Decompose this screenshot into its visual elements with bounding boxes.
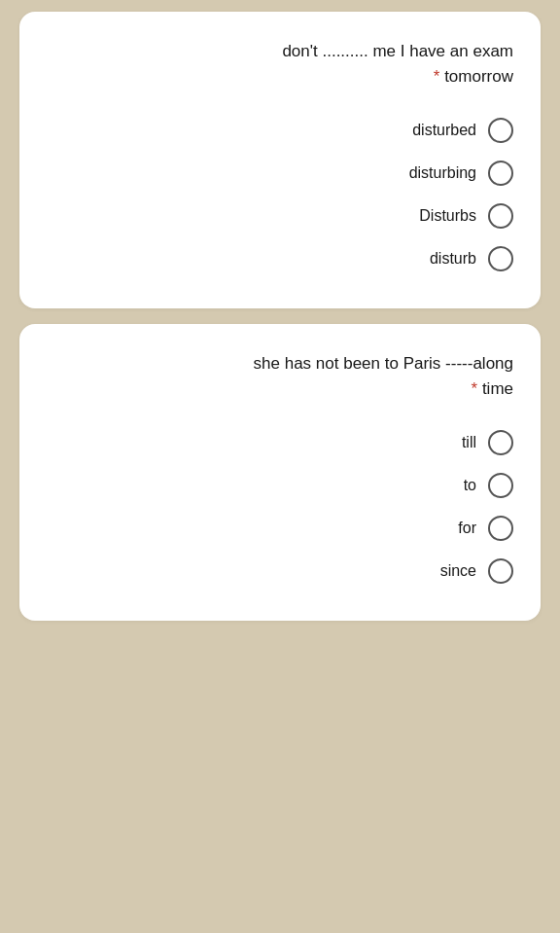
radio-button-2-1[interactable] bbox=[488, 430, 513, 455]
option-label-1-2: disturbing bbox=[409, 164, 476, 182]
radio-button-2-4[interactable] bbox=[488, 558, 513, 584]
option-item-1-3[interactable]: Disturbs bbox=[47, 197, 513, 234]
radio-button-1-2[interactable] bbox=[488, 161, 513, 186]
required-asterisk: * bbox=[434, 67, 444, 86]
options-list-1: disturbeddisturbingDisturbsdisturb bbox=[47, 112, 513, 277]
option-label-1-3: Disturbs bbox=[419, 207, 476, 225]
option-label-2-1: till bbox=[462, 434, 476, 451]
question-text-2: she has not been to Paris -----along* ti… bbox=[47, 351, 513, 401]
radio-button-1-1[interactable] bbox=[488, 118, 513, 143]
option-item-2-3[interactable]: for bbox=[47, 510, 513, 547]
option-item-1-2[interactable]: disturbing bbox=[47, 155, 513, 192]
question-card-1: don't .......... me I have an exam* tomo… bbox=[19, 12, 541, 308]
radio-button-1-3[interactable] bbox=[488, 203, 513, 229]
option-item-1-4[interactable]: disturb bbox=[47, 240, 513, 277]
required-asterisk: * bbox=[472, 379, 482, 398]
option-item-2-1[interactable]: till bbox=[47, 424, 513, 461]
options-list-2: tilltoforsince bbox=[47, 424, 513, 590]
radio-button-2-3[interactable] bbox=[488, 516, 513, 541]
option-label-1-4: disturb bbox=[430, 250, 476, 268]
option-item-2-4[interactable]: since bbox=[47, 553, 513, 590]
question-card-2: she has not been to Paris -----along* ti… bbox=[19, 324, 541, 621]
radio-button-2-2[interactable] bbox=[488, 473, 513, 498]
option-label-2-4: since bbox=[440, 562, 476, 580]
option-label-2-2: to bbox=[464, 477, 476, 494]
option-label-1-1: disturbed bbox=[412, 122, 476, 139]
option-label-2-3: for bbox=[458, 520, 476, 537]
question-text-1: don't .......... me I have an exam* tomo… bbox=[47, 39, 513, 89]
option-item-2-2[interactable]: to bbox=[47, 467, 513, 504]
option-item-1-1[interactable]: disturbed bbox=[47, 112, 513, 149]
radio-button-1-4[interactable] bbox=[488, 246, 513, 271]
